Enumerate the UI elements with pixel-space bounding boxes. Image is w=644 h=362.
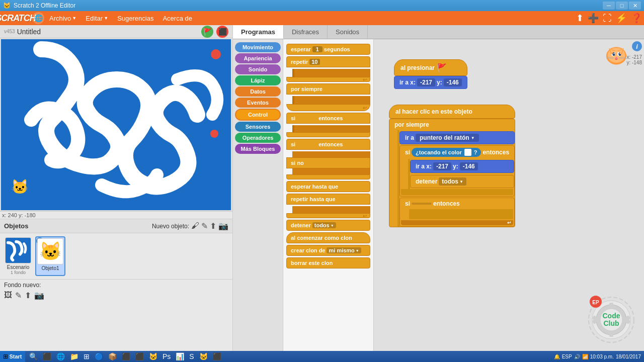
puntero-dropdown[interactable]: puntero del ratón ▼ — [416, 134, 479, 142]
camera-new-obj-icon[interactable]: 📷 — [218, 221, 228, 231]
taskbar-more[interactable]: ⬛ — [211, 351, 223, 361]
add-icon[interactable]: ➕ — [588, 13, 599, 24]
x-coord: x: 240 — [2, 212, 17, 218]
workspace-info-icon[interactable]: i — [632, 41, 642, 51]
block-repetir[interactable]: repetir 10 — [286, 56, 370, 67]
fullscreen-icon[interactable]: ⛶ — [603, 13, 612, 24]
svg-text:Club: Club — [603, 319, 619, 327]
taskbar-date: 18/01/2017 — [616, 354, 641, 359]
block-ir-a-xy-2[interactable]: ir a x: -217 y: -146 — [410, 160, 514, 173]
paint-new-obj-icon[interactable]: 🖌 — [191, 221, 199, 231]
edit-new-obj-icon[interactable]: ✎ — [201, 221, 208, 231]
color-swatch[interactable] — [464, 149, 471, 156]
svg-point-8 — [614, 53, 615, 54]
category-mas-bloques[interactable]: Más Bloques — [235, 144, 281, 154]
block-crear-clon[interactable]: crear clon de mi mismo — [286, 245, 370, 256]
category-apariencia[interactable]: Apariencia — [235, 53, 281, 63]
block-borrar-clon[interactable]: borrar este clon — [286, 257, 370, 268]
coords-display: x: -217 y: -148 — [626, 54, 642, 65]
block-al-comenzar-clon[interactable]: al comenzar como clon — [286, 232, 370, 243]
block-si-empty[interactable]: si entonces ↩ — [399, 198, 515, 227]
taskbar-volume[interactable]: 🔊 — [574, 354, 580, 359]
turbo-icon[interactable]: ⚡ — [616, 13, 627, 24]
help-icon[interactable]: ❓ — [631, 13, 642, 24]
tab-sonidos[interactable]: Sonidos — [328, 25, 368, 39]
start-button[interactable]: ⊞ Start — [0, 351, 25, 362]
menu-sugerencias[interactable]: Sugerencias — [113, 13, 157, 24]
block-esperar-segundos[interactable]: esperar 1 segundos — [286, 44, 370, 55]
x-value-1: -217 — [417, 78, 435, 86]
fondo-camera-icon[interactable]: 📷 — [34, 291, 44, 300]
upload-icon[interactable]: ⬆ — [576, 13, 584, 24]
svg-rect-24 — [609, 332, 613, 337]
taskbar-skype[interactable]: S — [187, 351, 196, 361]
category-movimiento[interactable]: Movimiento — [235, 42, 281, 52]
block-esperar-hasta[interactable]: esperar hasta que — [286, 181, 370, 192]
sprite-item-objeto1[interactable]: i 🐱 Objeto1 — [35, 236, 65, 276]
taskbar-chrome[interactable]: 🔵 — [93, 351, 105, 361]
menu-archivo[interactable]: Archivo ▼ — [45, 13, 80, 24]
close-button[interactable]: ✕ — [629, 2, 641, 10]
taskbar-dropbox[interactable]: 📦 — [106, 351, 119, 361]
taskbar-edge[interactable]: 🌐 — [54, 351, 67, 361]
fondo-paint-icon[interactable]: ✎ — [15, 291, 22, 300]
block-porsiempre-container: por siempre ↩ — [286, 83, 370, 111]
maximize-button[interactable]: □ — [616, 2, 628, 10]
taskbar-arduino[interactable]: ⬛ — [133, 351, 146, 361]
taskbar-app1[interactable]: ⬛ — [120, 351, 132, 361]
category-sensores[interactable]: Sensores — [235, 122, 281, 132]
block-detener[interactable]: detener todos — [286, 220, 370, 231]
category-lapiz[interactable]: Lápiz — [235, 75, 281, 85]
block-ir-a-puntero[interactable]: ir a puntero del ratón ▼ — [399, 131, 515, 144]
detener-dropdown[interactable]: todos ▼ — [439, 177, 466, 186]
taskbar-windows[interactable]: ⊞ — [82, 351, 92, 361]
menu-editar[interactable]: Editar ▼ — [82, 13, 112, 24]
sprite-item-escenario[interactable]: Escenario 1 fondo — [3, 236, 33, 276]
block-si-sino-body1 — [292, 151, 370, 157]
block-repetir-hasta[interactable]: repetir hasta que — [286, 194, 370, 205]
taskbar: ⊞ Start 🔍 ⬛ 🌐 📁 ⊞ 🔵 📦 ⬛ ⬛ 🐱 Ps 📊 S 🐱 ⬛ 🔔… — [0, 351, 644, 362]
taskbar-notifications[interactable]: 🔔 — [554, 354, 560, 359]
taskbar-scratch[interactable]: 🐱 — [147, 351, 159, 361]
nuevo-objeto: Nuevo objeto: 🖌 ✎ ⬆ 📷 — [152, 221, 228, 231]
category-eventos[interactable]: Eventos — [235, 98, 281, 108]
taskbar-photoshop[interactable]: Ps — [160, 351, 173, 361]
block-porsiempre[interactable]: por siempre — [286, 83, 370, 95]
globe-button[interactable]: 🌐 — [32, 12, 44, 24]
block-si-sino[interactable]: si entonces — [286, 139, 370, 150]
stop-button[interactable]: ⬛ — [216, 26, 228, 38]
taskbar-scratch2[interactable]: 🐱 — [197, 351, 210, 361]
main-area: v453 Untitled 🚩 ⬛ 🐱 — [0, 25, 644, 351]
block-si-sino-end — [286, 174, 370, 179]
objects-header: Objetos Nuevo objeto: 🖌 ✎ ⬆ 📷 — [0, 219, 232, 233]
block-si-sino-else: si no — [286, 157, 370, 168]
taskbar-explorer[interactable]: 📁 — [68, 351, 80, 361]
block-si-entonces[interactable]: si entonces — [286, 113, 370, 124]
category-sonido[interactable]: Sonido — [235, 64, 281, 74]
taskbar-search[interactable]: 🔍 — [27, 351, 40, 361]
category-control[interactable]: Control — [235, 109, 281, 121]
green-flag-button[interactable]: 🚩 — [201, 26, 213, 38]
taskbar-language: ESP — [562, 354, 572, 359]
taskbar-time: 10:03 p.m. — [590, 354, 614, 359]
category-operadores[interactable]: Operadores — [235, 133, 281, 143]
category-datos[interactable]: Datos — [235, 86, 281, 97]
menu-acercade[interactable]: Acerca de — [158, 13, 196, 24]
block-al-presionar-bandera[interactable]: al presionar 🚩 — [394, 59, 467, 76]
taskbar-network[interactable]: 📶 — [582, 354, 588, 359]
fondo-upload-icon[interactable]: ⬆ — [25, 291, 31, 300]
block-al-hacer-clic[interactable]: al hacer clic en este objeto — [389, 105, 515, 119]
tab-disfraces[interactable]: Disfraces — [284, 25, 328, 39]
block-si-tocando-color[interactable]: si ¿tocando el color ? entonces — [399, 145, 515, 197]
escenario-thumb — [5, 237, 31, 263]
block-por-siempre[interactable]: por siempre ir a puntero del ratón ▼ si — [389, 119, 515, 227]
tab-programas[interactable]: Programas — [233, 25, 284, 39]
minimize-button[interactable]: ─ — [603, 2, 615, 10]
block-detener-todos[interactable]: detener todos ▼ — [410, 175, 514, 188]
taskbar-taskview[interactable]: ⬛ — [41, 351, 53, 361]
fondo-image-icon[interactable]: 🖼 — [4, 291, 12, 300]
upload-new-obj-icon[interactable]: ⬆ — [210, 221, 216, 231]
block-ir-a-xy-1[interactable]: ir a x: -217 y: -146 — [394, 76, 467, 89]
taskbar-powerpoint[interactable]: 📊 — [174, 351, 186, 361]
red-ball-sprite-2 — [210, 130, 218, 138]
